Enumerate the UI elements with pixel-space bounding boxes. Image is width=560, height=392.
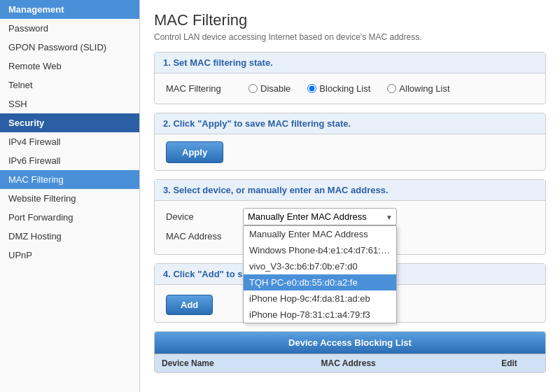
access-table-columns: Device Name MAC Address Edit <box>155 354 545 372</box>
device-select-wrapper: Manually Enter MAC Address ▼ Manually En… <box>243 208 397 225</box>
page-subtitle: Control LAN device accessing Internet ba… <box>154 32 546 42</box>
sidebar-management-title: Management <box>0 0 139 19</box>
radio-allowing[interactable] <box>387 84 396 93</box>
page-title: MAC Filtering <box>154 11 546 29</box>
radio-blocking-label[interactable]: Blocking List <box>307 83 370 94</box>
mac-filtering-label: MAC Filtering <box>166 83 243 94</box>
main-content: MAC Filtering Control LAN device accessi… <box>140 0 560 392</box>
radio-disable[interactable] <box>248 84 258 93</box>
sidebar: Management Password GPON Password (SLID)… <box>0 0 140 392</box>
dropdown-open: Manually Enter MAC Address Windows Phone… <box>243 225 397 323</box>
section3-box: 3. Select device, or manually enter an M… <box>154 179 546 255</box>
radio-allowing-label[interactable]: Allowing List <box>387 83 449 94</box>
radio-blocking[interactable] <box>307 84 316 93</box>
dropdown-option-manually[interactable]: Manually Enter MAC Address <box>244 226 396 242</box>
sidebar-item-gpon-password[interactable]: GPON Password (SLID) <box>0 38 139 57</box>
section2-header: 2. Click "Apply" to save MAC filtering s… <box>155 113 545 134</box>
col-mac-address: MAC Address <box>314 354 474 372</box>
radio-disable-label[interactable]: Disable <box>248 83 290 94</box>
mac-filtering-radio-row: MAC Filtering Disable Blocking List Allo… <box>166 80 534 97</box>
sidebar-item-ssh[interactable]: SSH <box>0 94 139 113</box>
dropdown-option-windows-phone[interactable]: Windows Phone-b4:e1:c4:d7:61:78 <box>244 242 396 258</box>
dropdown-option-tqh[interactable]: TQH PC-e0:db:55:d0:a2:fe <box>244 274 396 290</box>
col-device-name: Device Name <box>155 354 314 372</box>
access-table-header: Device Access Blocking List <box>155 332 545 354</box>
add-button[interactable]: Add <box>166 295 213 315</box>
dropdown-option-iphone-4f[interactable]: iPhone Hop-9c:4f:da:81:ad:eb <box>244 290 396 307</box>
sidebar-item-upnp[interactable]: UPnP <box>0 246 139 265</box>
radio-allowing-text: Allowing List <box>399 83 449 94</box>
dropdown-option-vivo[interactable]: vivo_V3-3c:b6:b7:0b:e7:d0 <box>244 258 396 274</box>
sidebar-item-website-filtering[interactable]: Website Filtering <box>0 189 139 208</box>
sidebar-item-mac-filtering[interactable]: MAC Filtering <box>0 170 139 189</box>
sidebar-item-port-forwarding[interactable]: Port Forwarding <box>0 208 139 227</box>
section1-box: 1. Set MAC filtering state. MAC Filterin… <box>154 52 546 104</box>
dropdown-option-iphone-31[interactable]: iPhone Hop-78:31:c1:a4:79:f3 <box>244 307 396 323</box>
device-label: Device <box>166 211 243 222</box>
device-row: Device Manually Enter MAC Address ▼ Manu… <box>166 208 534 225</box>
sidebar-item-remote-web[interactable]: Remote Web <box>0 57 139 76</box>
sidebar-item-ipv4-firewall[interactable]: IPv4 Firewall <box>0 132 139 151</box>
mac-address-label: MAC Address <box>166 231 243 241</box>
sidebar-item-password[interactable]: Password <box>0 19 139 38</box>
col-edit: Edit <box>473 354 545 372</box>
sidebar-item-telnet[interactable]: Telnet <box>0 76 139 94</box>
section1-header: 1. Set MAC filtering state. <box>155 52 545 74</box>
radio-disable-text: Disable <box>260 83 290 94</box>
section3-header: 3. Select device, or manually enter an M… <box>155 180 545 201</box>
sidebar-security-title: Security <box>0 113 139 132</box>
apply-button[interactable]: Apply <box>166 141 223 163</box>
sidebar-item-ipv6-firewall[interactable]: IPv6 Firewall <box>0 151 139 170</box>
radio-blocking-text: Blocking List <box>319 83 370 94</box>
access-table-section: Device Access Blocking List Device Name … <box>154 331 546 373</box>
sidebar-item-dmz-hosting[interactable]: DMZ Hosting <box>0 227 139 246</box>
section2-box: 2. Click "Apply" to save MAC filtering s… <box>154 113 546 171</box>
device-select[interactable]: Manually Enter MAC Address <box>243 208 397 225</box>
